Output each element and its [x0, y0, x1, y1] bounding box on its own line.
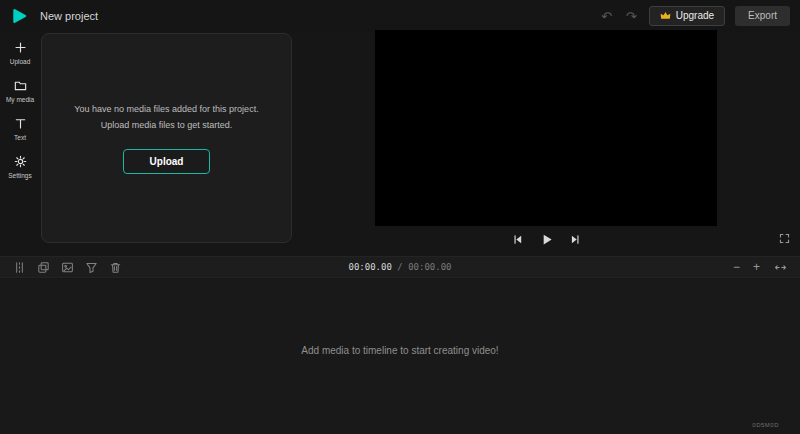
upgrade-label: Upgrade: [676, 10, 714, 21]
upgrade-button[interactable]: Upgrade: [649, 6, 725, 26]
fullscreen-button[interactable]: [778, 232, 791, 248]
picture-icon: [60, 260, 75, 275]
undo-icon: ↶: [601, 9, 612, 24]
zoom-out-button[interactable]: −: [733, 261, 740, 273]
redo-icon: ↷: [626, 9, 637, 24]
split-icon: [12, 260, 27, 275]
skip-forward-icon: [569, 233, 582, 246]
fullscreen-icon: [778, 232, 791, 245]
media-panel: You have no media files added for this p…: [41, 33, 292, 243]
zoom-fit-button[interactable]: [773, 260, 788, 275]
skip-forward-button[interactable]: [569, 233, 582, 246]
play-button[interactable]: [539, 232, 554, 247]
timeline-hint-text: Add media to timeline to start creating …: [0, 345, 800, 356]
sidebar-item-text[interactable]: Text: [0, 116, 40, 141]
corner-watermark: 0D5M0D: [752, 422, 779, 428]
play-logo-icon: [10, 7, 28, 25]
sidebar-item-settings[interactable]: Settings: [0, 154, 40, 179]
duplicate-button[interactable]: [36, 260, 51, 275]
duplicate-icon: [36, 260, 51, 275]
export-button[interactable]: Export: [735, 6, 790, 26]
filter-button[interactable]: [84, 260, 99, 275]
playback-controls: [375, 229, 717, 249]
split-button[interactable]: [12, 260, 27, 275]
media-empty-state: You have no media files added for this p…: [74, 102, 258, 133]
zoom-in-button[interactable]: +: [753, 261, 760, 273]
timeline-zoom-controls: − +: [733, 260, 788, 275]
timeline-toolbar: 00:00.00 / 00:00.00 − +: [0, 256, 800, 278]
play-icon: [539, 232, 554, 247]
media-empty-line1: You have no media files added for this p…: [74, 102, 258, 117]
fit-to-screen-icon: [773, 260, 788, 275]
timeline-tools: [12, 260, 123, 275]
zoom-in-icon: +: [753, 260, 760, 274]
zoom-out-icon: −: [733, 260, 740, 274]
duration-separator: /: [397, 262, 402, 272]
current-time: 00:00.00: [349, 262, 392, 272]
total-duration: 00:00.00: [408, 262, 451, 272]
filter-icon: [84, 260, 99, 275]
sidebar-item-my-media[interactable]: My media: [0, 78, 40, 103]
plus-icon: [13, 40, 28, 55]
text-icon: [13, 116, 28, 131]
sidebar-item-upload[interactable]: Upload: [0, 40, 40, 65]
sidebar-item-label: Upload: [10, 58, 31, 65]
app-logo[interactable]: [10, 7, 28, 25]
sidebar-item-label: Text: [14, 134, 26, 141]
skip-back-icon: [511, 233, 524, 246]
redo-button[interactable]: ↷: [624, 10, 639, 23]
folder-icon: [13, 78, 28, 93]
sidebar-item-label: My media: [6, 96, 34, 103]
project-title[interactable]: New project: [40, 10, 98, 22]
gear-icon: [13, 154, 28, 169]
timeline-drop-area[interactable]: Add media to timeline to start creating …: [0, 279, 800, 434]
crown-icon: [660, 11, 671, 20]
skip-back-button[interactable]: [511, 233, 524, 246]
sidebar: Upload My media Text Settings: [0, 32, 40, 256]
media-button[interactable]: [60, 260, 75, 275]
sidebar-item-label: Settings: [8, 172, 32, 179]
delete-button[interactable]: [108, 260, 123, 275]
app-window: New project ↶ ↷ Upgrade Export Upload: [0, 0, 800, 434]
upload-button[interactable]: Upload: [123, 149, 211, 174]
undo-button[interactable]: ↶: [599, 10, 614, 23]
video-preview-canvas: [375, 30, 717, 226]
media-empty-line2: Upload media files to get started.: [74, 118, 258, 133]
top-bar: New project ↶ ↷ Upgrade Export: [0, 0, 800, 32]
trash-icon: [108, 260, 123, 275]
top-bar-actions: ↶ ↷ Upgrade Export: [599, 6, 790, 26]
